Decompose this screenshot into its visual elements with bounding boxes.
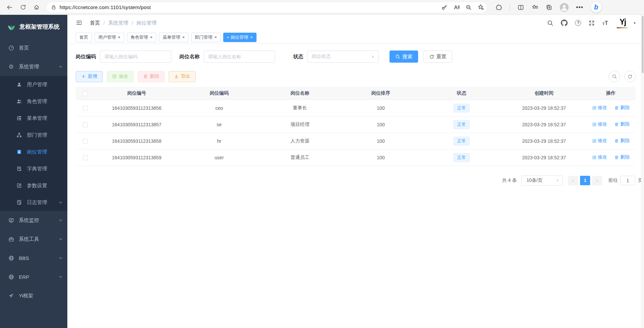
refresh-icon <box>429 54 434 59</box>
add-button[interactable]: 新增 <box>76 71 103 82</box>
sidebar-item-monitoring[interactable]: 系统监控 <box>0 211 67 230</box>
tab-role-management[interactable]: 角色管理 × <box>127 33 157 42</box>
active-dot-icon: ● <box>227 36 229 39</box>
goto-page-input[interactable] <box>620 176 635 185</box>
next-page-button[interactable]: › <box>592 176 602 185</box>
close-icon[interactable]: × <box>182 35 185 39</box>
row-edit-link[interactable]: 修改 <box>592 105 607 111</box>
app-logo: 意框架管理系统 <box>0 15 67 38</box>
sidebar-item-system[interactable]: ⚙ 系统管理 <box>0 57 67 76</box>
search-form: 岗位编码 岗位名称 状态 岗位状态 ∨ 搜索 重置 <box>67 44 644 63</box>
dictionary-icon <box>16 166 22 171</box>
edit-button[interactable]: 修改 <box>107 71 134 82</box>
download-icon <box>174 74 179 79</box>
home-button[interactable] <box>30 2 42 13</box>
sidebar-item-bbs[interactable]: BBS <box>0 249 67 267</box>
user-avatar[interactable]: Yj <box>615 16 630 30</box>
tab-user-management[interactable]: 用户管理 × <box>95 33 124 42</box>
row-checkbox[interactable] <box>83 122 88 127</box>
settings-more-button[interactable]: ••• <box>576 6 583 9</box>
prev-page-button[interactable]: ‹ <box>568 176 578 185</box>
sidebar-item-departments[interactable]: 部门管理 <box>0 127 67 143</box>
close-icon[interactable]: × <box>150 35 153 39</box>
add-favorite-icon[interactable] <box>478 4 484 10</box>
row-edit-link[interactable]: 修改 <box>592 121 607 127</box>
search-button[interactable]: 搜索 <box>389 51 418 63</box>
github-button[interactable] <box>561 20 568 26</box>
profile-button[interactable] <box>560 3 569 12</box>
header-search-button[interactable] <box>547 20 553 26</box>
row-checkbox[interactable] <box>83 139 88 144</box>
reset-button[interactable]: 重置 <box>423 51 452 63</box>
scrollbar-thumb[interactable] <box>642 16 644 73</box>
breadcrumb-home[interactable]: 首页 <box>90 20 100 26</box>
sidebar-item-menus[interactable]: 菜单管理 <box>0 110 67 127</box>
row-delete-link[interactable]: 删除 <box>614 121 630 127</box>
row-delete-link[interactable]: 删除 <box>614 154 630 160</box>
export-button[interactable]: 导出 <box>169 71 196 82</box>
delete-button[interactable]: 删除 <box>138 71 165 82</box>
status-select[interactable]: 岗位状态 ∨ <box>307 51 379 63</box>
split-screen-button[interactable] <box>517 4 524 11</box>
sidebar-item-dictionary[interactable]: 字典管理 <box>0 160 67 177</box>
read-aloud-icon[interactable] <box>453 4 460 10</box>
goto-label: 前往 <box>608 177 618 184</box>
sidebar-item-home[interactable]: 首页 <box>0 38 67 57</box>
close-icon[interactable]: × <box>214 35 217 39</box>
ellipsis-icon: ••• <box>576 6 583 9</box>
row-checkbox[interactable] <box>83 106 88 111</box>
sidebar-item-erp[interactable]: ERP <box>0 267 67 286</box>
select-all-checkbox[interactable] <box>83 91 88 96</box>
refresh-button[interactable] <box>17 2 29 13</box>
help-button[interactable]: ? <box>575 20 581 26</box>
tab-department-management[interactable]: 部门管理 × <box>191 33 221 42</box>
avatar-caret-icon[interactable]: ▾ <box>634 21 636 25</box>
refresh-table-button[interactable] <box>624 71 636 82</box>
chevron-down-icon: ∨ <box>556 178 559 183</box>
row-checkbox[interactable] <box>83 155 88 160</box>
sidebar-item-tools[interactable]: 系统工具 <box>0 230 67 249</box>
row-edit-link[interactable]: 修改 <box>592 138 607 144</box>
page-size-select[interactable]: 10条/页 ∨ <box>521 175 563 186</box>
org-tree-icon <box>16 132 22 138</box>
font-size-button[interactable]: TT <box>602 20 608 26</box>
row-delete-link[interactable]: 删除 <box>614 138 630 144</box>
password-key-icon[interactable] <box>441 4 447 10</box>
hamburger-fold-icon <box>76 20 82 26</box>
address-bar[interactable]: https://ccnetcore.com:1101/system/post <box>46 2 487 13</box>
trash-icon <box>614 139 619 143</box>
row-delete-link[interactable]: 删除 <box>614 105 630 111</box>
collections-add-icon <box>546 4 552 11</box>
current-page[interactable]: 1 <box>580 176 590 185</box>
sidebar-item-users[interactable]: 用户管理 <box>0 76 67 93</box>
tab-post-management[interactable]: ● 岗位管理 × <box>223 33 256 42</box>
sidebar-item-posts[interactable]: 岗位管理 <box>0 143 67 160</box>
sidebar-item-logs[interactable]: 日志管理 <box>0 194 67 211</box>
sidebar-toggle[interactable] <box>76 20 82 26</box>
bing-chat-button[interactable]: b <box>591 2 602 13</box>
close-icon[interactable]: × <box>250 35 253 39</box>
post-name-input[interactable] <box>204 51 275 63</box>
edit-icon <box>592 122 597 127</box>
sidebar-item-yi-framework[interactable]: Yi框架 <box>0 286 67 305</box>
favorites-button[interactable] <box>532 4 538 11</box>
collections-button[interactable] <box>546 4 552 11</box>
extensions-button[interactable] <box>496 4 502 11</box>
back-button[interactable] <box>3 2 15 13</box>
sidebar-item-roles[interactable]: 角色管理 <box>0 93 67 110</box>
column-post-code: 岗位编码 <box>179 87 260 100</box>
plus-icon <box>81 74 86 79</box>
sidebar-item-parameters[interactable]: 参数设置 <box>0 177 67 194</box>
fullscreen-button[interactable] <box>588 20 595 26</box>
trash-icon <box>614 122 619 127</box>
close-icon[interactable]: × <box>118 35 121 39</box>
github-icon <box>561 20 568 26</box>
post-code-input[interactable] <box>100 51 171 63</box>
row-edit-link[interactable]: 修改 <box>592 154 607 160</box>
tab-home[interactable]: 首页 <box>76 33 92 42</box>
status-label: 状态 <box>283 54 303 60</box>
toggle-search-button[interactable] <box>609 71 620 82</box>
tab-menu-management[interactable]: 菜单管理 × <box>159 33 189 42</box>
breadcrumb-system: 系统管理 <box>108 20 128 26</box>
zoom-indicator-icon[interactable] <box>466 4 472 10</box>
